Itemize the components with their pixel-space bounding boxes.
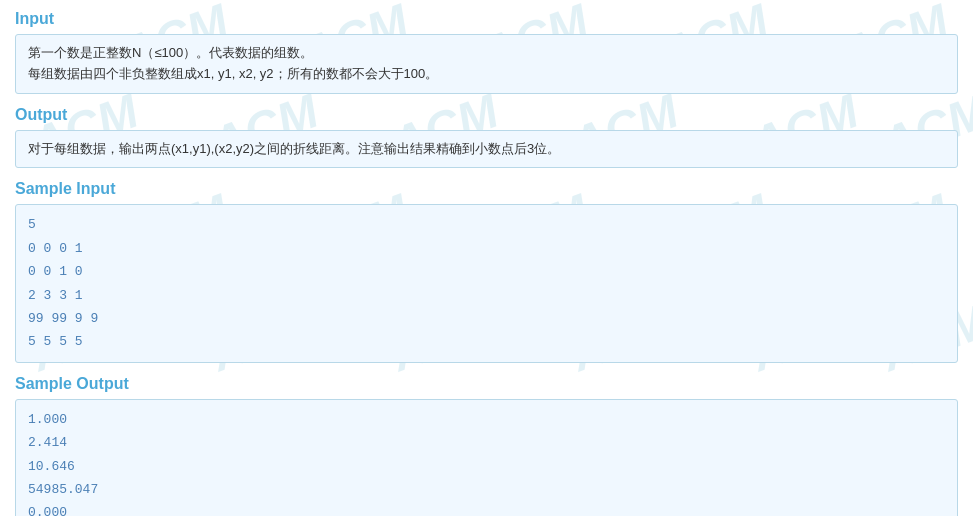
output-line-1: 对于每组数据，输出两点(x1,y1),(x2,y2)之间的折线距离。注意输出结果…	[28, 139, 945, 160]
sample-input-line-3: 0 0 1 0	[28, 260, 945, 283]
input-line-2: 每组数据由四个非负整数组成x1, y1, x2, y2；所有的数都不会大于100…	[28, 64, 945, 85]
input-title: Input	[15, 10, 958, 28]
sample-output-title: Sample Output	[15, 375, 958, 393]
sample-input-box: 5 0 0 0 1 0 0 1 0 2 3 3 1 99 99 9 9 5 5 …	[15, 204, 958, 362]
sample-output-line-4: 54985.047	[28, 478, 945, 501]
sample-input-line-5: 99 99 9 9	[28, 307, 945, 330]
sample-input-line-1: 5	[28, 213, 945, 236]
sample-input-title: Sample Input	[15, 180, 958, 198]
sample-output-box: 1.000 2.414 10.646 54985.047 0.000	[15, 399, 958, 516]
sample-input-section: Sample Input 5 0 0 0 1 0 0 1 0 2 3 3 1 9…	[15, 180, 958, 362]
input-line-1: 第一个数是正整数N（≤100）。代表数据的组数。	[28, 43, 945, 64]
input-box: 第一个数是正整数N（≤100）。代表数据的组数。 每组数据由四个非负整数组成x1…	[15, 34, 958, 94]
sample-output-line-2: 2.414	[28, 431, 945, 454]
sample-output-line-1: 1.000	[28, 408, 945, 431]
sample-input-line-6: 5 5 5 5	[28, 330, 945, 353]
sample-input-line-4: 2 3 3 1	[28, 284, 945, 307]
output-box: 对于每组数据，输出两点(x1,y1),(x2,y2)之间的折线距离。注意输出结果…	[15, 130, 958, 169]
sample-output-line-5: 0.000	[28, 501, 945, 516]
sample-output-line-3: 10.646	[28, 455, 945, 478]
sample-output-section: Sample Output 1.000 2.414 10.646 54985.0…	[15, 375, 958, 516]
sample-input-line-2: 0 0 0 1	[28, 237, 945, 260]
input-section: Input 第一个数是正整数N（≤100）。代表数据的组数。 每组数据由四个非负…	[15, 10, 958, 94]
output-title: Output	[15, 106, 958, 124]
output-section: Output 对于每组数据，输出两点(x1,y1),(x2,y2)之间的折线距离…	[15, 106, 958, 169]
